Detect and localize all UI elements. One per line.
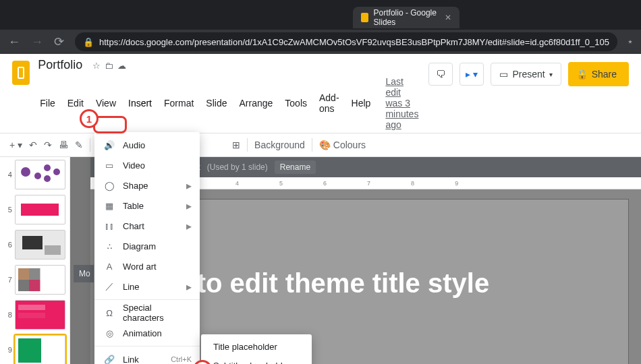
insert-line[interactable]: ／Line▸ xyxy=(94,276,200,297)
insert-menu-dropdown: 🔊Audio ▭Video ◯Shape▸ ▦Table▸ ⫿⫿Chart▸ ⛬… xyxy=(94,132,200,364)
theme-strip-label: Mo xyxy=(74,265,94,282)
redo-button[interactable]: ↷ xyxy=(44,140,52,150)
palette-icon: 🎨 xyxy=(319,140,331,150)
video-icon: ▭ xyxy=(104,160,115,171)
menu-insert[interactable]: Insert xyxy=(123,95,157,111)
chevron-right-icon: ▸ xyxy=(186,220,192,233)
chevron-down-icon: ▾ xyxy=(549,71,553,78)
menu-arrange[interactable]: Arrange xyxy=(235,95,278,111)
present-button[interactable]: ▭ Present ▾ xyxy=(491,63,561,86)
shape-icon: ◯ xyxy=(104,181,115,191)
colours-button[interactable]: 🎨 Colours xyxy=(319,140,366,150)
chevron-right-icon: ▸ xyxy=(186,200,192,212)
insert-audio[interactable]: 🔊Audio xyxy=(94,135,200,155)
comments-button[interactable]: 🗨 xyxy=(428,63,453,86)
chevron-right-icon: ▸ xyxy=(186,179,192,192)
undo-button[interactable]: ↶ xyxy=(29,140,37,150)
forward-button[interactable]: → xyxy=(31,35,43,49)
chevron-right-icon: ▸ xyxy=(186,280,192,293)
layout-used: (Used by 1 slide) xyxy=(207,162,268,172)
background-button[interactable]: Background xyxy=(254,140,305,150)
share-button[interactable]: 🔒 Share xyxy=(568,62,629,86)
google-slides-logo[interactable] xyxy=(12,61,30,85)
slideshow-button[interactable]: ▸ ▾ xyxy=(459,63,484,86)
menu-slide[interactable]: Slide xyxy=(201,95,231,111)
menu-view[interactable]: View xyxy=(91,95,121,111)
insert-shape[interactable]: ◯Shape▸ xyxy=(94,175,200,195)
back-button[interactable]: ← xyxy=(8,35,20,49)
submenu-subtitle-placeholder[interactable]: Subtitle placeholder xyxy=(201,356,312,364)
menu-help[interactable]: Help xyxy=(347,95,376,111)
url-text: https://docs.google.com/presentation/d/1… xyxy=(99,37,609,47)
move-icon[interactable]: 🗀 xyxy=(105,61,113,71)
diagram-icon: ⛬ xyxy=(104,241,115,251)
rename-button[interactable]: Rename xyxy=(275,160,316,174)
address-bar[interactable]: 🔒 https://docs.google.com/presentation/d… xyxy=(75,32,617,51)
link-icon: 🔗 xyxy=(104,355,115,365)
insert-wordart[interactable]: AWord art xyxy=(94,256,200,276)
filmstrip[interactable]: 4 5 6 7 8 9 10 11 xyxy=(0,157,70,364)
menu-format[interactable]: Format xyxy=(159,95,198,111)
paint-format-button[interactable]: ✎ xyxy=(75,140,83,150)
theme-strip[interactable] xyxy=(70,157,90,364)
doc-title[interactable]: Portfolio xyxy=(35,57,85,73)
insert-diagram[interactable]: ⛬Diagram xyxy=(94,236,200,256)
slide-thumb-7[interactable] xyxy=(15,265,65,295)
slide-thumb-9[interactable] xyxy=(15,335,65,364)
insert-table[interactable]: ▦Table▸ xyxy=(94,195,200,216)
insert-link[interactable]: 🔗LinkCtrl+K xyxy=(94,349,200,364)
star-icon[interactable]: ☆ xyxy=(92,61,101,71)
last-edit-link[interactable]: Last edit was 3 minutes ago xyxy=(381,73,423,133)
insert-animation[interactable]: ◎Animation xyxy=(94,323,200,343)
slide-thumb-5[interactable] xyxy=(15,195,65,224)
translate-icon[interactable]: ⭑ xyxy=(628,36,640,48)
print-button[interactable]: 🖶 xyxy=(59,140,68,150)
lock-icon: 🔒 xyxy=(83,37,94,47)
cloud-icon[interactable]: ☁ xyxy=(117,61,126,71)
table-icon: ▦ xyxy=(104,201,115,211)
present-label: Present xyxy=(512,69,545,80)
annotation-number-1: 1 xyxy=(80,109,99,128)
slide-thumb-6[interactable] xyxy=(15,230,65,260)
tab-title: Portfolio - Google Slides xyxy=(374,8,439,27)
menu-tools[interactable]: Tools xyxy=(280,95,312,111)
insert-special-characters[interactable]: ΩSpecial characters xyxy=(94,303,200,323)
submenu-title-placeholder[interactable]: Title placeholder xyxy=(201,337,312,356)
slide-thumb-8[interactable] xyxy=(15,300,65,330)
wordart-icon: A xyxy=(104,262,115,272)
menu-file[interactable]: File xyxy=(35,95,60,111)
slide-thumb-4[interactable] xyxy=(15,160,65,189)
audio-icon: 🔊 xyxy=(104,140,115,150)
placeholder-submenu: Title placeholder Subtitle placeholder B… xyxy=(201,334,312,364)
browser-tab[interactable]: Portfolio - Google Slides ✕ xyxy=(353,7,459,28)
lock-icon: 🔒 xyxy=(576,69,588,80)
line-icon: ／ xyxy=(104,280,115,293)
insert-chart[interactable]: ⫿⫿Chart▸ xyxy=(94,216,200,236)
share-label: Share xyxy=(592,69,617,80)
present-icon: ▭ xyxy=(499,69,508,80)
menu-addons[interactable]: Add-ons xyxy=(314,90,344,117)
chart-icon: ⫿⫿ xyxy=(104,221,115,231)
animation-icon: ◎ xyxy=(104,328,115,338)
slides-favicon xyxy=(361,13,368,22)
new-slide-button[interactable]: + ▾ xyxy=(9,140,22,150)
menu-edit[interactable]: Edit xyxy=(63,95,88,111)
insert-video[interactable]: ▭Video xyxy=(94,155,200,175)
close-icon[interactable]: ✕ xyxy=(445,13,451,22)
reload-button[interactable]: ⟳ xyxy=(54,34,64,49)
text-box-button[interactable]: ⊞ xyxy=(232,140,240,150)
omega-icon: Ω xyxy=(104,308,115,318)
